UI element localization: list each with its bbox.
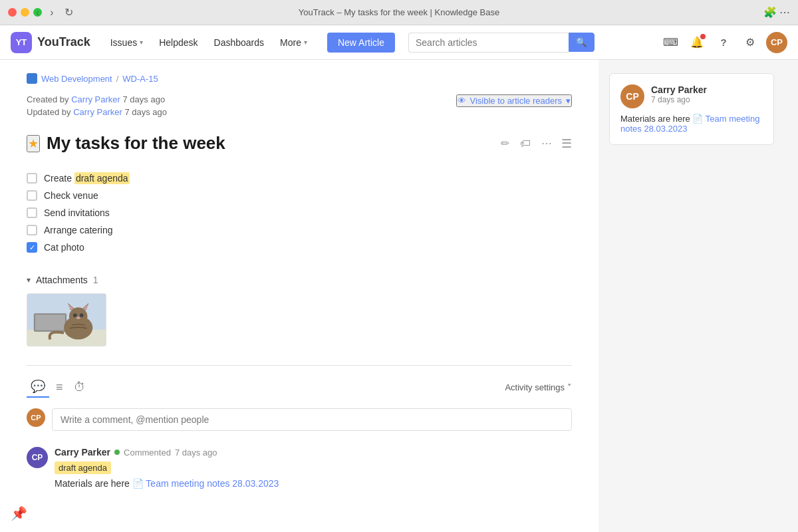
more-options-button[interactable]: ⋯ xyxy=(779,6,790,19)
checklist-item: ✓ Cat photo xyxy=(27,239,572,256)
checklist-item: Create draft agenda xyxy=(27,170,572,187)
logo-text: YouTrack xyxy=(37,35,90,49)
search-button[interactable]: 🔍 xyxy=(569,33,595,52)
checklist-item: Send invitations xyxy=(27,204,572,221)
sidebar-card: CP Carry Parker 7 days ago Materials are… xyxy=(609,73,774,145)
article-title: My tasks for the week xyxy=(47,133,491,154)
chevron-down-icon: ▾ xyxy=(566,96,571,106)
settings-icon: ⚙ xyxy=(745,36,755,49)
tab-comments[interactable]: 💬 xyxy=(27,376,49,398)
sidebar-card-header: CP Carry Parker 7 days ago xyxy=(620,84,763,108)
titlebar: ‹ › ↻ YouTrack – My tasks for the week |… xyxy=(0,0,798,25)
checklist-label-3: Send invitations xyxy=(44,207,110,218)
eye-icon: 👁 xyxy=(458,96,466,106)
comment-body: Carry Parker Commented 7 days ago draft … xyxy=(55,447,279,489)
svg-rect-3 xyxy=(35,315,65,331)
window-title: YouTrack – My tasks for the week | Knowl… xyxy=(299,7,499,17)
chevron-down-icon: ▾ xyxy=(27,275,31,285)
main-wrapper: Web Development / WD-A-15 Created by Car… xyxy=(0,60,798,532)
settings-button[interactable]: ⚙ xyxy=(739,32,761,53)
tab-timer[interactable]: ⏱ xyxy=(70,378,90,397)
checkbox-3[interactable] xyxy=(27,207,37,218)
logo[interactable]: YT YouTrack xyxy=(11,32,90,53)
content-area: Web Development / WD-A-15 Created by Car… xyxy=(0,60,598,532)
extension-area[interactable]: 🧩 ⋯ xyxy=(763,6,790,19)
edit-button[interactable]: ✏ xyxy=(498,136,512,151)
nav-item-issues[interactable]: Issues ▾ xyxy=(104,33,150,52)
notifications-button[interactable]: 🔔 xyxy=(686,32,708,53)
article-title-row: ★ My tasks for the week ✏ 🏷 ⋯ ☰ xyxy=(27,133,572,154)
browser-nav[interactable]: ‹ › ↻ xyxy=(33,5,76,20)
chevron-down-icon: ▾ xyxy=(140,39,143,46)
toc-button[interactable]: ☰ xyxy=(561,136,572,151)
checklist-label-4: Arrange catering xyxy=(44,225,113,235)
attachment-thumbnail[interactable] xyxy=(27,293,106,346)
minimize-button[interactable] xyxy=(21,8,29,17)
more-actions-button[interactable]: ⋯ xyxy=(539,136,555,151)
checkbox-1[interactable] xyxy=(27,173,37,184)
chevron-down-icon: ▾ xyxy=(304,39,307,46)
nav-item-more[interactable]: More ▾ xyxy=(273,33,314,52)
checklist-label-1: Create draft agenda xyxy=(44,173,130,184)
sidebar-avatar: CP xyxy=(620,84,644,108)
nav-item-dashboards[interactable]: Dashboards xyxy=(207,33,271,52)
forward-button[interactable]: › xyxy=(47,5,56,20)
svg-point-10 xyxy=(73,313,77,317)
list-icon: ≡ xyxy=(56,380,63,394)
right-sidebar: CP Carry Parker 7 days ago Materials are… xyxy=(598,60,785,532)
meta-info: Created by Carry Parker 7 days ago Updat… xyxy=(27,94,572,120)
comment-text: Materials are here 📄 Team meeting notes … xyxy=(55,478,279,489)
created-by-row: Created by Carry Parker 7 days ago xyxy=(27,94,167,104)
checklist-label-2: Check venue xyxy=(44,190,98,201)
avatar[interactable]: CP xyxy=(766,32,787,53)
breadcrumb-article-id[interactable]: WD-A-15 xyxy=(122,74,158,84)
checkbox-4[interactable] xyxy=(27,225,37,235)
checkbox-2[interactable] xyxy=(27,190,37,201)
checklist-label-5: Cat photo xyxy=(44,242,84,253)
sidebar-card-meta: Carry Parker 7 days ago xyxy=(651,84,707,104)
keyboard-icon: ⌨ xyxy=(663,36,678,49)
comment-link[interactable]: Team meeting notes 28.03.2023 xyxy=(146,478,279,489)
help-icon: ? xyxy=(720,37,726,48)
project-icon xyxy=(27,73,37,84)
activity-tabs: 💬 ≡ ⏱ Activity settings ˅ xyxy=(27,376,572,398)
close-button[interactable] xyxy=(8,8,17,17)
clock-icon: ⏱ xyxy=(74,380,86,394)
tag-button[interactable]: 🏷 xyxy=(517,136,533,151)
refresh-button[interactable]: ↻ xyxy=(62,5,76,20)
nav-items: Issues ▾ Helpdesk Dashboards More ▾ xyxy=(104,33,314,52)
search-container: 🔍 xyxy=(408,33,595,53)
navbar-actions: ⌨ 🔔 ? ⚙ CP xyxy=(660,32,787,53)
tab-history[interactable]: ≡ xyxy=(52,378,67,397)
nav-item-helpdesk[interactable]: Helpdesk xyxy=(152,33,204,52)
notification-badge xyxy=(700,34,706,39)
comment-input[interactable] xyxy=(52,408,572,431)
updated-by-row: Updated by Carry Parker 7 days ago xyxy=(27,107,167,117)
attachments-header[interactable]: ▾ Attachments 1 xyxy=(27,275,572,285)
visibility-button[interactable]: 👁 Visible to article readers ▾ xyxy=(456,94,573,107)
breadcrumb-project[interactable]: Web Development xyxy=(41,74,112,84)
search-icon: 🔍 xyxy=(576,37,587,47)
search-input[interactable] xyxy=(408,33,569,53)
pin-button[interactable]: 📌 xyxy=(11,505,27,521)
help-button[interactable]: ? xyxy=(713,32,734,53)
checklist: Create draft agenda Check venue Send inv… xyxy=(27,170,572,256)
logo-icon: YT xyxy=(11,32,32,53)
checkbox-5[interactable]: ✓ xyxy=(27,242,37,253)
cat-image-svg xyxy=(27,293,106,346)
checklist-item: Check venue xyxy=(27,187,572,204)
checklist-item: Arrange catering xyxy=(27,221,572,239)
back-button[interactable]: ‹ xyxy=(33,5,42,20)
attachment-image xyxy=(27,294,106,346)
svg-point-12 xyxy=(76,317,80,319)
star-button[interactable]: ★ xyxy=(27,135,40,152)
chevron-down-icon: ˅ xyxy=(567,382,572,392)
extension-button[interactable]: 🧩 xyxy=(763,6,777,19)
current-user-avatar: CP xyxy=(27,408,45,427)
commenter-avatar: CP xyxy=(27,447,48,468)
attachments-section: ▾ Attachments 1 xyxy=(27,275,572,346)
shortcut-button[interactable]: ⌨ xyxy=(660,32,681,53)
new-article-button[interactable]: New Article xyxy=(327,33,395,53)
activity-settings-button[interactable]: Activity settings ˅ xyxy=(505,382,572,392)
breadcrumb: Web Development / WD-A-15 xyxy=(27,73,572,84)
